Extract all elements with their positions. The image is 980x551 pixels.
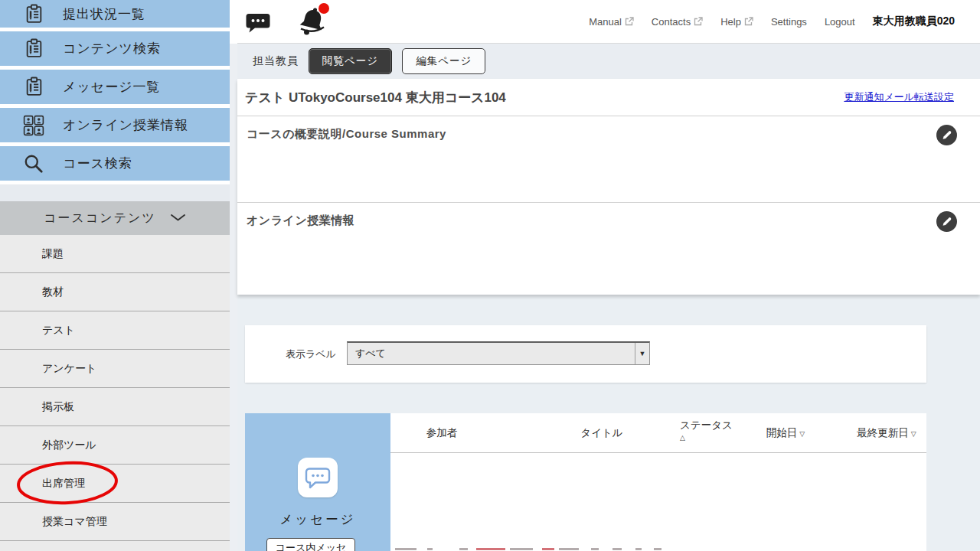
clipped-text-row <box>476 548 505 550</box>
sidebar-item-label: 掲示板 <box>42 400 74 414</box>
column-label: ステータス <box>680 419 733 431</box>
sidebar-item-materials[interactable]: 教材 <box>0 273 230 311</box>
edit-summary-button[interactable] <box>936 125 957 145</box>
sidebar-item-attendance-management[interactable]: 出席管理 <box>0 465 230 503</box>
message-table-header: 参加者 タイトル ステータス △ 開始日▽ 最終更新日▽ <box>390 413 926 453</box>
column-start-date[interactable]: 開始日▽ <box>766 426 805 440</box>
sidebar: 提出状況一覧 コンテンツ検索 メッセージ一覧 オンライン授業情報 コース検索 <box>0 0 230 551</box>
tab-view-page[interactable]: 閲覧ページ <box>309 48 392 74</box>
clipped-text-row <box>612 548 622 550</box>
clipped-text-row <box>459 548 468 550</box>
clipboard-icon <box>23 3 44 24</box>
sidebar-item-label: コース検索 <box>63 155 132 172</box>
clipped-text-row <box>591 548 599 550</box>
sort-desc-icon[interactable]: ▽ <box>799 430 805 438</box>
main-area: Manual Contacts Help Settings Logout 東大用… <box>237 0 980 551</box>
nav-contacts[interactable]: Contacts <box>652 16 703 28</box>
sidebar-item-submission-status[interactable]: 提出状況一覧 <box>0 0 230 28</box>
sidebar-item-online-class-info[interactable]: オンライン授業情報 <box>0 108 230 142</box>
clipboard-icon <box>23 77 44 98</box>
message-tile-label: メッセージ <box>245 511 390 528</box>
clipboard-icon <box>23 38 44 60</box>
clipped-text-row <box>510 548 533 550</box>
tab-bar: 担当教員 閲覧ページ 編集ページ <box>237 44 980 79</box>
select-arrow-button[interactable]: ▼ <box>635 343 649 364</box>
sidebar-item-tests[interactable]: テスト <box>0 311 230 350</box>
nav-help[interactable]: Help <box>720 16 753 28</box>
top-bar: Manual Contacts Help Settings Logout 東大用… <box>237 0 980 44</box>
sidebar-item-external-tools[interactable]: 外部ツール <box>0 426 230 465</box>
notify-mail-settings-link[interactable]: 更新通知メール転送設定 <box>844 90 954 104</box>
column-status[interactable]: ステータス △ <box>680 419 733 442</box>
sidebar-item-surveys[interactable]: アンケート <box>0 350 230 388</box>
page: 提出状況一覧 コンテンツ検索 メッセージ一覧 オンライン授業情報 コース検索 <box>0 0 980 551</box>
external-link-icon <box>694 17 703 26</box>
select-value: すべて <box>355 343 386 364</box>
external-link-icon <box>625 17 634 26</box>
pencil-icon <box>941 216 952 227</box>
sidebar-item-assignments[interactable]: 課題 <box>0 235 230 273</box>
course-panel: テスト UTokyoCourse104 東大用コース104 更新通知メール転送設… <box>237 79 980 295</box>
nav-label: Logout <box>825 16 855 28</box>
nav-label: Manual <box>589 16 622 28</box>
nav-label: Contacts <box>652 16 691 28</box>
filter-card: 表示ラベル すべて ▼ <box>245 325 926 383</box>
sidebar-item-label: 課題 <box>42 247 64 261</box>
column-label: タイトル <box>580 427 622 439</box>
clipped-text-row <box>395 548 416 550</box>
column-title[interactable]: タイトル <box>580 426 622 440</box>
username: 東大用教職員020 <box>873 15 955 28</box>
external-link-icon <box>744 17 753 26</box>
course-contents-menu: 課題 教材 テスト アンケート 掲示板 外部ツール 出席管理 授業コマ管理 <box>0 235 230 551</box>
clipped-text-row <box>427 548 433 550</box>
sidebar-item-label: 教材 <box>42 285 64 299</box>
course-message-button[interactable]: コース内メッセージ <box>266 538 355 551</box>
tab-edit-page[interactable]: 編集ページ <box>402 48 485 74</box>
notification-bell-icon[interactable] <box>297 5 328 37</box>
messages-icon[interactable] <box>245 11 271 34</box>
sort-desc-icon[interactable]: ▽ <box>911 430 916 438</box>
sidebar-item-label: オンライン授業情報 <box>63 116 188 134</box>
edit-online-class-button[interactable] <box>936 211 957 232</box>
column-label: 最終更新日 <box>857 427 909 439</box>
sidebar-item-label: アンケート <box>42 362 96 376</box>
nav-logout[interactable]: Logout <box>825 16 855 28</box>
clipped-text-row <box>542 548 554 550</box>
course-title-row: テスト UTokyoCourse104 東大用コース104 更新通知メール転送設… <box>237 79 980 116</box>
sidebar-item-bulletin-board[interactable]: 掲示板 <box>0 388 230 426</box>
sidebar-item-label: 授業コマ管理 <box>42 515 107 529</box>
column-participant[interactable]: 参加者 <box>426 426 458 440</box>
sidebar-spacer <box>0 184 230 201</box>
top-nav: Manual Contacts Help Settings Logout 東大用… <box>589 15 980 28</box>
section-online-class-info: オンライン授業情報 <box>237 203 980 295</box>
pencil-icon <box>941 129 952 141</box>
chat-bubble-icon <box>298 458 338 497</box>
column-label: 参加者 <box>426 427 458 439</box>
sort-asc-icon[interactable]: △ <box>680 434 733 442</box>
sidebar-item-label: 提出状況一覧 <box>63 5 145 23</box>
sidebar-item-course-search[interactable]: コース検索 <box>0 146 230 181</box>
sidebar-item-content-search[interactable]: コンテンツ検索 <box>0 31 230 66</box>
column-label: 開始日 <box>766 427 798 439</box>
clipped-text-row <box>635 548 642 550</box>
section-header-label: コースコンテンツ <box>44 210 156 227</box>
message-category-tile: メッセージ コース内メッセージ <box>245 413 390 551</box>
layout-gap <box>230 44 237 551</box>
nav-settings[interactable]: Settings <box>771 16 807 28</box>
display-label-select[interactable]: すべて ▼ <box>347 341 650 365</box>
sidebar-item-label: メッセージ一覧 <box>63 78 161 96</box>
sidebar-item-label: テスト <box>42 324 75 337</box>
sidebar-item-message-list[interactable]: メッセージ一覧 <box>0 70 230 104</box>
notification-badge <box>318 3 329 14</box>
clipped-text-row <box>559 548 579 550</box>
role-label: 担当教員 <box>253 54 299 68</box>
column-last-updated[interactable]: 最終更新日▽ <box>857 426 916 440</box>
nav-manual[interactable]: Manual <box>589 16 634 28</box>
nav-label: Settings <box>771 16 807 28</box>
sidebar-item-class-session-management[interactable]: 授業コマ管理 <box>0 503 230 541</box>
clipped-text-row <box>654 548 662 550</box>
sidebar-section-course-contents[interactable]: コースコンテンツ <box>0 201 230 235</box>
sidebar-item-label: 外部ツール <box>42 439 96 452</box>
section-title: オンライン授業情報 <box>247 214 980 228</box>
sidebar-item-label: コンテンツ検索 <box>63 40 161 57</box>
